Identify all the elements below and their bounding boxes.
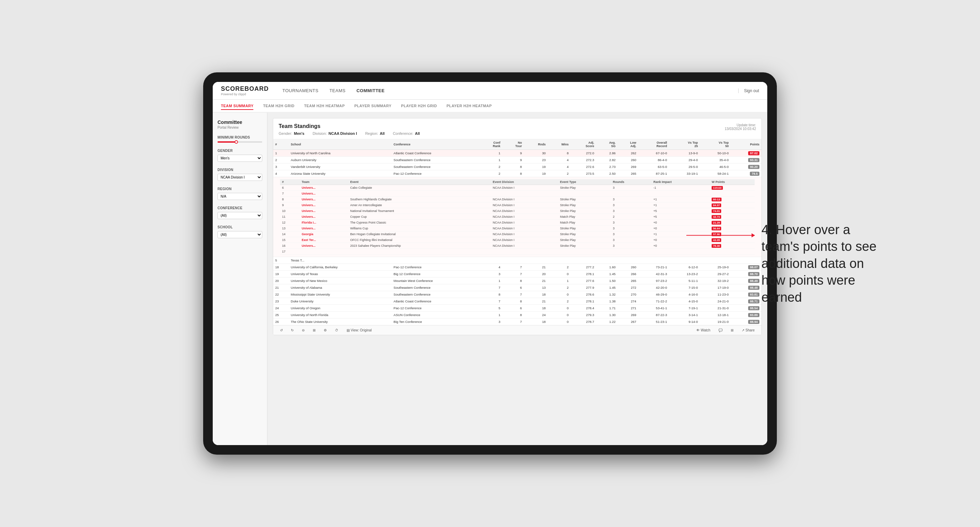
exp-cell-rank-impact: +1 <box>651 202 710 208</box>
nav-committee[interactable]: COMMITTEE <box>356 87 385 95</box>
subnav-player-h2h-grid[interactable]: PLAYER H2H GRID <box>401 102 437 109</box>
cell-conference: ASUN Conference <box>392 312 479 319</box>
cell-points[interactable]: 83.89 <box>731 312 762 319</box>
cell-points[interactable]: 88.48 <box>731 284 762 291</box>
cell-rnds: 21 <box>524 264 548 271</box>
sidebar-conference-select[interactable]: (All) <box>218 212 262 219</box>
cell-points[interactable]: 88.94 <box>731 319 762 325</box>
cell-tours: 7 <box>502 271 524 278</box>
cell-points[interactable]: 93.31 <box>731 157 762 163</box>
exp-cell-type: Stroke Play <box>558 202 611 208</box>
cell-low-adj: 270 <box>618 291 638 298</box>
nav-teams[interactable]: TEAMS <box>329 87 345 95</box>
exp-cell-rounds: 3 <box>611 237 652 243</box>
exp-cell-event: National Invitational Tournament <box>348 208 491 214</box>
subnav-player-summary[interactable]: PLAYER SUMMARY <box>355 102 392 109</box>
subnav-player-h2h-heatmap[interactable]: PLAYER H2H HEATMAP <box>447 102 492 109</box>
slider-track[interactable] <box>218 141 262 143</box>
clock-button[interactable]: ⏱ <box>333 328 340 333</box>
watch-button[interactable]: 👁 Watch <box>694 328 712 333</box>
cell-points[interactable]: 88.71 <box>731 298 762 305</box>
cell-vs-top50: 29-27-2 <box>700 271 731 278</box>
cell-school: Auburn University <box>289 157 392 163</box>
table-row[interactable]: 25 University of North Florida ASUN Conf… <box>273 312 762 319</box>
exp-cell-type: Stroke Play <box>558 225 611 232</box>
cell-points[interactable]: 90.20 <box>731 163 762 170</box>
sidebar-min-rounds: Minimum Rounds <box>218 135 262 143</box>
exp-cell-points: 97.86 <box>710 232 755 237</box>
comment-button[interactable]: 💬 <box>716 328 725 333</box>
grid-button[interactable]: ⊞ <box>729 328 735 333</box>
table-row[interactable]: 19 University of Texas Big 12 Conference… <box>273 271 762 278</box>
cell-adj-score: 278.1 <box>571 271 596 278</box>
exp-cell-event <box>348 249 491 255</box>
cell-points[interactable] <box>731 257 762 264</box>
sidebar-conference: Conference (All) <box>218 206 262 219</box>
slider-thumb[interactable] <box>235 140 238 144</box>
exp-cell-rounds: 3 <box>611 197 652 202</box>
exp-cell-event: Copper Cup <box>348 214 491 220</box>
view-original-button[interactable]: ▤ View: Original <box>345 328 374 333</box>
zoom-out-button[interactable]: ⊖ <box>300 328 307 333</box>
cell-school: University of North Carolina <box>289 150 392 157</box>
cell-rank: 2 <box>273 157 289 163</box>
settings-button[interactable]: ⚙ <box>322 328 329 333</box>
sign-out-button[interactable]: Sign out <box>738 88 759 93</box>
table-row[interactable]: 18 University of California, Berkeley Pa… <box>273 264 762 271</box>
cell-points[interactable]: 88.54 <box>731 305 762 312</box>
subnav-team-h2h-heatmap[interactable]: TEAM H2H HEATMAP <box>304 102 345 109</box>
cell-points[interactable]: 79.5 <box>731 170 762 177</box>
cell-vs-top25: 13-23-2 <box>669 271 700 278</box>
exp-cell-points: 56.64 <box>710 225 755 232</box>
sidebar-gender-select[interactable]: Men's <box>218 155 262 162</box>
exp-cell-type: Match Play <box>558 220 611 225</box>
table-row[interactable]: 2 Auburn University Southeastern Confere… <box>273 157 762 163</box>
cell-points[interactable]: 88.49 <box>731 278 762 284</box>
exp-col-rounds: Rounds <box>611 179 652 185</box>
exp-cell-team: Univers... <box>299 214 348 220</box>
exp-cell-rounds: 3 <box>611 225 652 232</box>
cell-low-adj: 266 <box>618 271 638 278</box>
table-row[interactable]: 20 University of New Mexico Mountain Wes… <box>273 278 762 284</box>
sidebar-school-select[interactable]: (All) <box>218 231 262 238</box>
cell-low-adj: 271 <box>618 305 638 312</box>
table-row[interactable]: 26 The Ohio State University Big Ten Con… <box>273 319 762 325</box>
subnav-team-summary[interactable]: TEAM SUMMARY <box>221 102 253 110</box>
expanded-table: # Team Event Event Division Event Type R… <box>280 179 755 255</box>
cell-school: Duke University <box>289 298 392 305</box>
table-row[interactable]: 24 University of Oregon Pac-12 Conferenc… <box>273 305 762 312</box>
table-row[interactable]: 1 University of North Carolina Atlantic … <box>273 150 762 157</box>
cell-points[interactable]: 88.07 <box>731 264 762 271</box>
cell-points[interactable]: 97.02 <box>731 150 762 157</box>
share-button[interactable]: ↗ Share <box>740 328 757 333</box>
sidebar-division-select[interactable]: NCAA Division I <box>218 174 262 181</box>
cell-points[interactable]: 83.81 <box>731 291 762 298</box>
col-rnds: Rnds <box>524 139 548 150</box>
exp-cell-division: NCAA Division I <box>491 197 558 202</box>
cell-overall: 42-20-0 <box>638 284 669 291</box>
undo-button[interactable]: ↺ <box>278 328 285 333</box>
exp-cell-num: 9 <box>280 202 299 208</box>
sidebar-region-select[interactable]: N/A <box>218 193 262 200</box>
table-row[interactable]: 22 Mississippi State University Southeas… <box>273 291 762 298</box>
cell-points[interactable]: 88.70 <box>731 271 762 278</box>
cell-conference: Southeastern Conference <box>392 284 479 291</box>
table-row[interactable]: 3 Vanderbilt University Southeastern Con… <box>273 163 762 170</box>
copy-button[interactable]: ⊞ <box>311 328 318 333</box>
table-row[interactable]: 5 Texas T... <box>273 257 762 264</box>
col-adj-score: Adj.Score <box>571 139 596 150</box>
division-value: NCAA Division I <box>328 132 357 135</box>
col-no-tour: NoTour <box>502 139 524 150</box>
eye-icon: 👁 <box>696 329 700 332</box>
subnav-team-h2h-grid[interactable]: TEAM H2H GRID <box>263 102 294 109</box>
nav-tournaments[interactable]: TOURNAMENTS <box>282 87 318 95</box>
table-header-row: # School Conference ConfRank NoTour Rnds… <box>273 139 762 150</box>
table-row[interactable]: 4 Arizona State University Pac-12 Confer… <box>273 170 762 177</box>
redo-button[interactable]: ↻ <box>289 328 296 333</box>
exp-cell-type: Stroke Play <box>558 197 611 202</box>
table-row[interactable]: 23 Duke University Atlantic Coast Confer… <box>273 298 762 305</box>
cell-low-adj: 272 <box>618 284 638 291</box>
cell-rnds: 23 <box>524 157 548 163</box>
arrow-line <box>686 235 755 236</box>
table-row[interactable]: 21 University of Alabama Southeastern Co… <box>273 284 762 291</box>
